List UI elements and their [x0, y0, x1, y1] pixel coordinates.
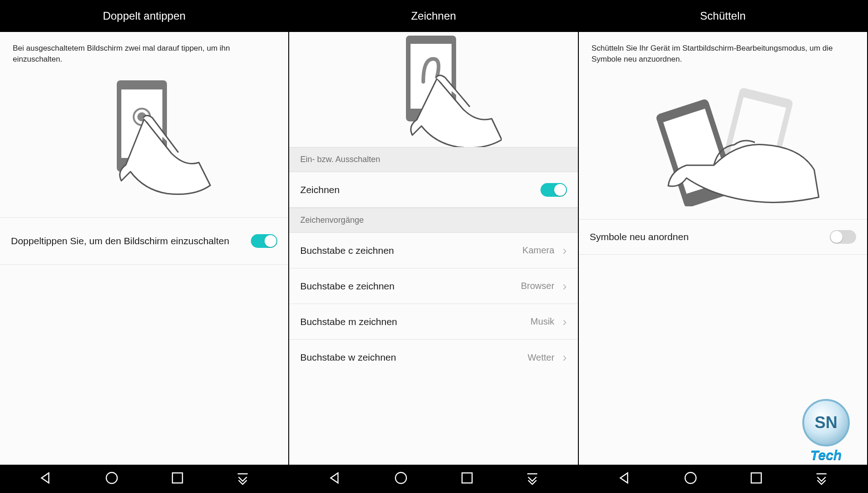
svg-point-4 [106, 472, 117, 483]
description-text: Bei ausgeschaltetem Bildschirm zwei mal … [0, 32, 288, 71]
screen2-content: Ein- bzw. Ausschalten Zeichnen Zeichenvo… [289, 32, 577, 465]
svg-rect-5 [172, 473, 182, 483]
op-row-w[interactable]: Buchstabe w zeichnen Wetter › [289, 340, 577, 375]
back-icon[interactable] [618, 471, 631, 487]
double-tap-illustration [0, 71, 288, 199]
titlebar: Schütteln [579, 0, 867, 32]
shake-reorder-toggle-row[interactable]: Symbole neu anordnen [579, 219, 867, 255]
pulldown-icon[interactable] [525, 471, 539, 487]
android-navbar [0, 465, 288, 493]
op-label: Buchstabe w zeichnen [300, 351, 527, 363]
pulldown-icon[interactable] [236, 471, 249, 487]
screen-zeichnen: Zeichnen Ein- bzw. Ausschalten Zeichnen … [289, 0, 578, 493]
android-navbar [289, 465, 577, 493]
shake-illustration [579, 69, 867, 206]
pulldown-icon[interactable] [815, 471, 828, 487]
sntech-logo-icon: SN [802, 399, 850, 446]
op-value: Wetter [528, 352, 555, 363]
zeichnen-toggle[interactable] [541, 183, 567, 197]
draw-illustration [289, 32, 577, 147]
page-title: Doppelt antippen [103, 10, 185, 22]
recent-apps-icon[interactable] [750, 472, 763, 486]
titlebar: Doppelt antippen [0, 0, 288, 32]
sntech-watermark: SN Tech [802, 399, 850, 463]
screen-doppelt-antippen: Doppelt antippen Bei ausgeschaltetem Bil… [0, 0, 289, 493]
double-tap-toggle[interactable] [251, 234, 277, 248]
home-icon[interactable] [104, 471, 119, 487]
home-icon[interactable] [683, 471, 698, 487]
screen-schuetteln: Schütteln Schütteln Sie Ihr Gerät im Sta… [579, 0, 868, 493]
android-navbar [579, 465, 867, 493]
zeichnen-toggle-label: Zeichnen [300, 184, 540, 196]
svg-point-9 [395, 472, 406, 483]
chevron-right-icon: › [562, 280, 567, 293]
chevron-right-icon: › [562, 244, 567, 257]
op-value: Browser [521, 281, 554, 291]
op-row-m[interactable]: Buchstabe m zeichnen Musik › [289, 304, 577, 340]
op-label: Buchstabe c zeichnen [300, 244, 522, 257]
double-tap-toggle-label: Doppeltippen Sie, um den Bildschirm einz… [11, 235, 251, 247]
op-label: Buchstabe m zeichnen [300, 315, 530, 328]
section-zeichenvorgaenge: Zeichenvorgänge [289, 208, 577, 233]
home-icon[interactable] [394, 471, 408, 487]
zeichnen-toggle-row[interactable]: Zeichnen [289, 172, 577, 208]
back-icon[interactable] [328, 471, 342, 487]
chevron-right-icon: › [562, 315, 567, 328]
shake-reorder-toggle[interactable] [830, 230, 856, 244]
op-label: Buchstabe e zeichnen [300, 280, 521, 292]
sntech-logo-text: Tech [802, 447, 850, 463]
back-icon[interactable] [39, 471, 52, 487]
double-tap-toggle-row[interactable]: Doppeltippen Sie, um den Bildschirm einz… [0, 217, 288, 265]
chevron-right-icon: › [562, 351, 567, 364]
section-on-off: Ein- bzw. Ausschalten [289, 147, 577, 172]
shake-reorder-label: Symbole neu anordnen [590, 231, 830, 243]
op-row-e[interactable]: Buchstabe e zeichnen Browser › [289, 268, 577, 304]
op-value: Musik [530, 316, 554, 327]
page-title: Schütteln [700, 10, 746, 22]
op-row-c[interactable]: Buchstabe c zeichnen Kamera › [289, 233, 577, 268]
svg-rect-10 [462, 473, 472, 483]
op-value: Kamera [522, 245, 554, 256]
titlebar: Zeichnen [289, 0, 577, 32]
recent-apps-icon[interactable] [171, 472, 184, 486]
svg-point-16 [685, 472, 696, 483]
svg-rect-17 [751, 473, 761, 483]
screen1-content: Bei ausgeschaltetem Bildschirm zwei mal … [0, 32, 288, 465]
description-text: Schütteln Sie Ihr Gerät im Startbildschi… [579, 32, 867, 69]
recent-apps-icon[interactable] [461, 472, 473, 486]
page-title: Zeichnen [411, 10, 456, 22]
